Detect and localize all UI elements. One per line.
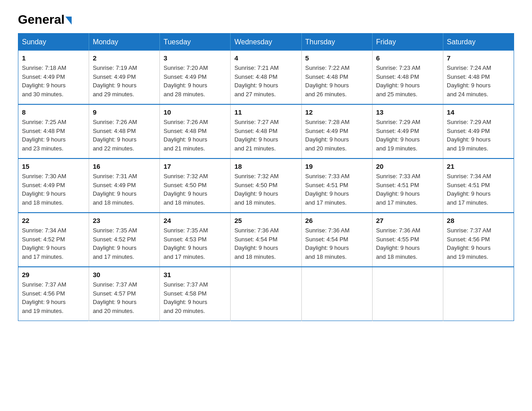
calendar-day-cell: 7Sunrise: 7:24 AMSunset: 4:48 PMDaylight…	[443, 51, 514, 104]
calendar-day-cell: 8Sunrise: 7:25 AMSunset: 4:48 PMDaylight…	[18, 104, 89, 158]
calendar-day-cell: 28Sunrise: 7:37 AMSunset: 4:56 PMDayligh…	[443, 213, 514, 267]
weekday-header-wednesday: Wednesday	[231, 34, 301, 51]
calendar-day-cell: 27Sunrise: 7:36 AMSunset: 4:55 PMDayligh…	[372, 213, 443, 267]
calendar-body: 1Sunrise: 7:18 AMSunset: 4:49 PMDaylight…	[18, 51, 514, 321]
calendar-day-cell: 6Sunrise: 7:23 AMSunset: 4:48 PMDaylight…	[372, 51, 443, 104]
day-info: Sunrise: 7:34 AMSunset: 4:51 PMDaylight:…	[447, 172, 510, 207]
weekday-header-row: SundayMondayTuesdayWednesdayThursdayFrid…	[18, 34, 514, 51]
day-info: Sunrise: 7:37 AMSunset: 4:56 PMDaylight:…	[22, 280, 85, 315]
day-info: Sunrise: 7:23 AMSunset: 4:48 PMDaylight:…	[376, 64, 439, 98]
calendar-day-cell: 13Sunrise: 7:29 AMSunset: 4:49 PMDayligh…	[372, 104, 443, 158]
calendar-day-cell: 26Sunrise: 7:36 AMSunset: 4:54 PMDayligh…	[301, 213, 372, 267]
day-number: 19	[305, 163, 369, 170]
day-number: 2	[93, 54, 156, 62]
day-number: 7	[447, 54, 510, 62]
calendar-day-cell: 25Sunrise: 7:36 AMSunset: 4:54 PMDayligh…	[231, 213, 301, 267]
weekday-header-thursday: Thursday	[301, 34, 372, 51]
day-info: Sunrise: 7:27 AMSunset: 4:48 PMDaylight:…	[234, 118, 297, 153]
day-info: Sunrise: 7:37 AMSunset: 4:57 PMDaylight:…	[93, 280, 156, 315]
day-info: Sunrise: 7:33 AMSunset: 4:51 PMDaylight:…	[376, 172, 439, 207]
day-number: 17	[163, 163, 227, 170]
day-info: Sunrise: 7:30 AMSunset: 4:49 PMDaylight:…	[22, 172, 85, 207]
page-header: General	[18, 13, 514, 24]
day-number: 27	[376, 217, 439, 224]
day-info: Sunrise: 7:33 AMSunset: 4:51 PMDaylight:…	[305, 172, 369, 207]
calendar-day-cell: 17Sunrise: 7:32 AMSunset: 4:50 PMDayligh…	[160, 158, 231, 213]
calendar-day-cell: 12Sunrise: 7:28 AMSunset: 4:49 PMDayligh…	[301, 104, 372, 158]
day-number: 1	[22, 54, 85, 62]
day-number: 28	[447, 217, 510, 224]
day-number: 15	[22, 163, 85, 170]
calendar-week-row: 8Sunrise: 7:25 AMSunset: 4:48 PMDaylight…	[18, 104, 514, 158]
calendar-day-cell: 5Sunrise: 7:22 AMSunset: 4:48 PMDaylight…	[301, 51, 372, 104]
day-number: 24	[163, 217, 227, 224]
day-info: Sunrise: 7:35 AMSunset: 4:52 PMDaylight:…	[93, 226, 156, 261]
day-number: 26	[305, 217, 369, 224]
logo: General	[18, 13, 72, 24]
day-info: Sunrise: 7:32 AMSunset: 4:50 PMDaylight:…	[234, 172, 297, 207]
day-number: 14	[447, 108, 510, 116]
day-info: Sunrise: 7:22 AMSunset: 4:48 PMDaylight:…	[305, 64, 369, 98]
day-number: 8	[22, 108, 85, 116]
calendar-day-cell: 4Sunrise: 7:21 AMSunset: 4:48 PMDaylight…	[231, 51, 301, 104]
weekday-header-saturday: Saturday	[443, 34, 514, 51]
day-number: 20	[376, 163, 439, 170]
calendar-day-cell: 29Sunrise: 7:37 AMSunset: 4:56 PMDayligh…	[18, 267, 89, 321]
weekday-header-friday: Friday	[372, 34, 443, 51]
day-info: Sunrise: 7:34 AMSunset: 4:52 PMDaylight:…	[22, 226, 85, 261]
day-info: Sunrise: 7:36 AMSunset: 4:55 PMDaylight:…	[376, 226, 439, 261]
calendar-day-cell: 3Sunrise: 7:20 AMSunset: 4:49 PMDaylight…	[160, 51, 231, 104]
calendar-day-cell: 15Sunrise: 7:30 AMSunset: 4:49 PMDayligh…	[18, 158, 89, 213]
day-number: 16	[93, 163, 156, 170]
calendar-week-row: 1Sunrise: 7:18 AMSunset: 4:49 PMDaylight…	[18, 51, 514, 104]
calendar-day-cell: 30Sunrise: 7:37 AMSunset: 4:57 PMDayligh…	[89, 267, 160, 321]
calendar-day-cell: 19Sunrise: 7:33 AMSunset: 4:51 PMDayligh…	[301, 158, 372, 213]
day-number: 22	[22, 217, 85, 224]
day-number: 9	[93, 108, 156, 116]
calendar-day-cell: 16Sunrise: 7:31 AMSunset: 4:49 PMDayligh…	[89, 158, 160, 213]
empty-day-cell	[372, 267, 443, 321]
calendar-day-cell: 31Sunrise: 7:37 AMSunset: 4:58 PMDayligh…	[160, 267, 231, 321]
day-number: 25	[234, 217, 297, 224]
calendar-table: SundayMondayTuesdayWednesdayThursdayFrid…	[18, 33, 514, 321]
empty-day-cell	[443, 267, 514, 321]
calendar-day-cell: 21Sunrise: 7:34 AMSunset: 4:51 PMDayligh…	[443, 158, 514, 213]
day-number: 5	[305, 54, 369, 62]
calendar-week-row: 15Sunrise: 7:30 AMSunset: 4:49 PMDayligh…	[18, 158, 514, 213]
day-info: Sunrise: 7:21 AMSunset: 4:48 PMDaylight:…	[234, 64, 297, 98]
day-number: 11	[234, 108, 297, 116]
weekday-header-tuesday: Tuesday	[160, 34, 231, 51]
calendar-header: SundayMondayTuesdayWednesdayThursdayFrid…	[18, 34, 514, 51]
logo-arrow-icon	[65, 17, 72, 25]
calendar-day-cell: 14Sunrise: 7:29 AMSunset: 4:49 PMDayligh…	[443, 104, 514, 158]
day-info: Sunrise: 7:24 AMSunset: 4:48 PMDaylight:…	[447, 64, 510, 98]
calendar-day-cell: 9Sunrise: 7:26 AMSunset: 4:48 PMDaylight…	[89, 104, 160, 158]
calendar-day-cell: 10Sunrise: 7:26 AMSunset: 4:48 PMDayligh…	[160, 104, 231, 158]
day-info: Sunrise: 7:18 AMSunset: 4:49 PMDaylight:…	[22, 64, 85, 98]
day-info: Sunrise: 7:35 AMSunset: 4:53 PMDaylight:…	[163, 226, 227, 261]
day-number: 30	[93, 271, 156, 278]
day-info: Sunrise: 7:26 AMSunset: 4:48 PMDaylight:…	[163, 118, 227, 153]
calendar-day-cell: 1Sunrise: 7:18 AMSunset: 4:49 PMDaylight…	[18, 51, 89, 104]
day-info: Sunrise: 7:20 AMSunset: 4:49 PMDaylight:…	[163, 64, 227, 98]
day-info: Sunrise: 7:36 AMSunset: 4:54 PMDaylight:…	[305, 226, 369, 261]
calendar-day-cell: 2Sunrise: 7:19 AMSunset: 4:49 PMDaylight…	[89, 51, 160, 104]
day-info: Sunrise: 7:37 AMSunset: 4:58 PMDaylight:…	[163, 280, 227, 315]
day-number: 10	[163, 108, 227, 116]
day-info: Sunrise: 7:32 AMSunset: 4:50 PMDaylight:…	[163, 172, 227, 207]
day-number: 4	[234, 54, 297, 62]
day-number: 12	[305, 108, 369, 116]
day-number: 18	[234, 163, 297, 170]
calendar-day-cell: 18Sunrise: 7:32 AMSunset: 4:50 PMDayligh…	[231, 158, 301, 213]
weekday-header-monday: Monday	[89, 34, 160, 51]
calendar-day-cell: 20Sunrise: 7:33 AMSunset: 4:51 PMDayligh…	[372, 158, 443, 213]
day-number: 31	[163, 271, 227, 278]
day-info: Sunrise: 7:28 AMSunset: 4:49 PMDaylight:…	[305, 118, 369, 153]
day-info: Sunrise: 7:29 AMSunset: 4:49 PMDaylight:…	[376, 118, 439, 153]
logo-general: General	[18, 13, 72, 26]
calendar-day-cell: 24Sunrise: 7:35 AMSunset: 4:53 PMDayligh…	[160, 213, 231, 267]
day-number: 6	[376, 54, 439, 62]
day-info: Sunrise: 7:36 AMSunset: 4:54 PMDaylight:…	[234, 226, 297, 261]
day-info: Sunrise: 7:26 AMSunset: 4:48 PMDaylight:…	[93, 118, 156, 153]
day-number: 21	[447, 163, 510, 170]
